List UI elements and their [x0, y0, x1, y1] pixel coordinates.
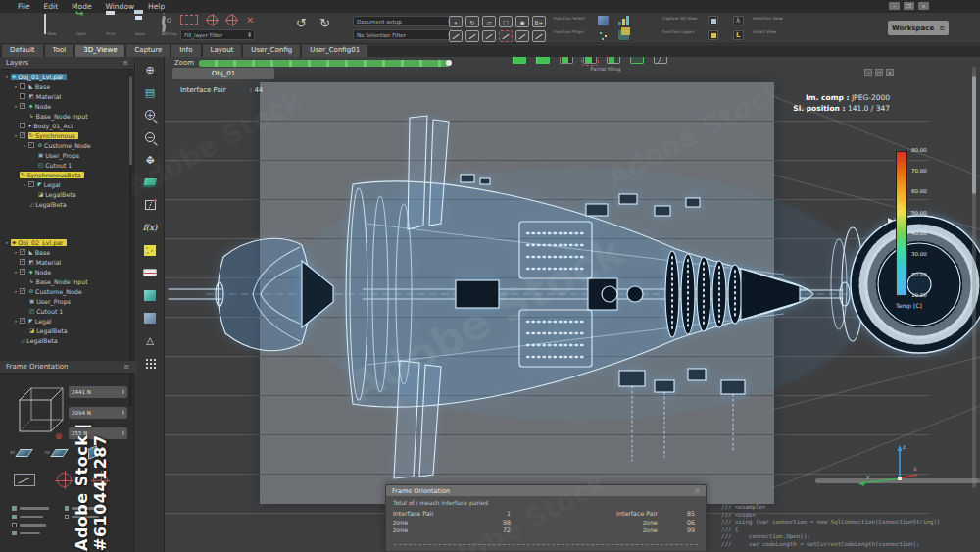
- redo-cancel-icon[interactable]: ↻: [319, 16, 330, 47]
- tree-item[interactable]: ▸◣Base: [0, 81, 127, 91]
- target-select2-icon[interactable]: [226, 15, 237, 25]
- annotation-box-icon[interactable]: [14, 474, 35, 486]
- tree-item[interactable]: ◿LegalBeta: [0, 199, 127, 209]
- expand-icon[interactable]: ▸: [4, 240, 11, 245]
- option-checkbox-row[interactable]: [12, 515, 49, 520]
- scale-marker-icon[interactable]: [888, 218, 894, 224]
- expand-icon[interactable]: ▸: [22, 143, 28, 148]
- brush-tool-icon[interactable]: [598, 16, 609, 25]
- target-select-icon[interactable]: [207, 15, 218, 25]
- expand-arrows-icon[interactable]: ✕: [246, 15, 254, 25]
- tab-3d_viewe[interactable]: 3D_Viewe: [75, 45, 124, 57]
- function-select-tool-icon[interactable]: ◉: [515, 16, 529, 27]
- selection-view-icon[interactable]: [733, 16, 744, 25]
- function-props-tool-icon[interactable]: [466, 30, 479, 42]
- menu-item-window[interactable]: Window: [106, 2, 135, 11]
- tree-item[interactable]: ▸◈Node: [0, 267, 127, 276]
- smart-view-icon[interactable]: [733, 30, 744, 40]
- function-props-tool-icon[interactable]: [482, 30, 496, 42]
- option-checkbox-row[interactable]: [12, 523, 49, 527]
- layer-checkbox[interactable]: [28, 181, 34, 187]
- menu-item-help[interactable]: Help: [148, 2, 165, 11]
- tree-item[interactable]: ↻SynchronousBeta: [0, 170, 127, 179]
- fill-layer-filter-dropdown[interactable]: Fill_layer Filter ▲▼: [180, 29, 255, 40]
- fill-state-cube-icon[interactable]: [607, 57, 620, 64]
- tree-item[interactable]: ▸◆Obj_01_Lvl.par: [0, 72, 127, 81]
- zoom-in-icon[interactable]: +: [141, 106, 159, 124]
- function-props-tool-icon[interactable]: [499, 30, 513, 42]
- new-doc-icon[interactable]: New: [41, 15, 63, 44]
- layer-checkbox[interactable]: [20, 249, 25, 255]
- menu-item-file[interactable]: File: [18, 2, 30, 11]
- settings-gear-icon[interactable]: Settings: [159, 15, 180, 44]
- layer-checkbox[interactable]: [20, 132, 25, 138]
- fill-state-cube-icon[interactable]: [583, 57, 597, 64]
- tree-item[interactable]: ◪LegalBeta: [0, 189, 127, 199]
- function-select-tool-icon[interactable]: □: [499, 16, 513, 27]
- tab-tool[interactable]: Tool: [45, 45, 74, 57]
- expand-icon[interactable]: ▸: [13, 104, 20, 109]
- viewport-close-icon[interactable]: ×: [886, 69, 894, 76]
- expand-icon[interactable]: ▸: [22, 182, 28, 187]
- function-props-tool-icon[interactable]: [449, 30, 463, 42]
- solid-box-icon[interactable]: [141, 174, 159, 191]
- tree-item[interactable]: ◰Cutout 1: [0, 306, 127, 316]
- tree-item[interactable]: ▸↻Synchronous: [0, 130, 127, 140]
- tree-item[interactable]: ↳Base_Node Input: [0, 276, 127, 286]
- tree-item[interactable]: ▣User_Props: [0, 150, 127, 160]
- function-select-tool-icon[interactable]: ⌖: [449, 16, 463, 27]
- document-setup-dropdown[interactable]: Document setup ▲▼: [353, 16, 455, 26]
- panel-menu-icon[interactable]: ≡: [123, 363, 129, 371]
- tree-item[interactable]: ▸◈Node: [0, 101, 127, 111]
- workspace-button[interactable]: Workspace ≡: [888, 21, 949, 35]
- pan-icon[interactable]: ↔↕: [141, 151, 159, 169]
- function-select-tool-icon[interactable]: B+: [532, 16, 546, 27]
- option-checkbox-row[interactable]: [65, 515, 108, 520]
- tree-item[interactable]: ▣User_Props: [0, 296, 127, 306]
- tree-item[interactable]: ▸◤Legal: [0, 316, 127, 326]
- plane-button-yz[interactable]: YZ: [44, 449, 65, 457]
- orientation-stepper[interactable]: 255 N▲▼: [69, 427, 127, 439]
- viewport-document-tab[interactable]: Obj_01: [172, 68, 274, 79]
- viewport-minimize-icon[interactable]: –: [864, 69, 872, 76]
- panel-menu-icon[interactable]: ≡: [694, 487, 700, 495]
- fill-state-cube-icon[interactable]: [630, 57, 644, 64]
- layer-checkbox[interactable]: [20, 123, 25, 128]
- orientation-cube[interactable]: ⊗: [14, 380, 69, 445]
- crosshair-marker2-icon[interactable]: [93, 473, 108, 487]
- teal-layer-icon[interactable]: [141, 286, 159, 304]
- tree-item[interactable]: ▸⊘Custome_Node: [0, 140, 127, 150]
- option-checkbox-row[interactable]: [65, 506, 108, 511]
- no-selection-filter-dropdown[interactable]: No Selection Filter ▲▼: [353, 29, 455, 40]
- orientation-stepper[interactable]: 2441 N▲▼: [69, 386, 127, 398]
- function-select-tool-icon[interactable]: ▱: [482, 16, 496, 27]
- tree-item[interactable]: ▸Body_01_Act: [0, 121, 127, 130]
- option-checkbox-row[interactable]: [12, 531, 49, 536]
- stepper-arrows-icon[interactable]: ▲▼: [122, 410, 124, 416]
- function-select-tool-icon[interactable]: ↻: [466, 16, 479, 27]
- tree-item[interactable]: ▸◆Obj_02_Lvl.par: [0, 237, 127, 247]
- tab-layout[interactable]: Layout: [203, 45, 242, 57]
- close-icon[interactable]: ×: [918, 2, 929, 10]
- stepper-arrows-icon[interactable]: ▲▼: [122, 389, 124, 395]
- plane-button-xy[interactable]: XY: [10, 449, 30, 457]
- function-layers-icon[interactable]: [618, 30, 629, 40]
- layer-checkbox[interactable]: [20, 83, 25, 89]
- save-icon[interactable]: Save: [129, 15, 151, 44]
- tree-item[interactable]: ◩Material: [0, 91, 127, 101]
- fill-state-cube-icon[interactable]: [513, 57, 526, 64]
- crosshair-marker-icon[interactable]: [57, 473, 72, 487]
- dot-grid-icon[interactable]: [141, 354, 159, 372]
- function-props-tool-icon[interactable]: [515, 30, 529, 42]
- slate-layer-icon[interactable]: [141, 309, 159, 326]
- layer-checkbox[interactable]: [28, 142, 34, 148]
- tree-item[interactable]: ◿LegalBeta: [0, 335, 127, 345]
- expand-icon[interactable]: ▸: [13, 133, 20, 138]
- layer-checkbox[interactable]: [20, 93, 25, 99]
- expand-icon[interactable]: ▸: [13, 270, 20, 275]
- tab-user_config01[interactable]: User_Config01: [302, 45, 368, 57]
- function-props-tool-icon[interactable]: [532, 30, 546, 42]
- orientation-stepper[interactable]: 2094 N▲▼: [69, 407, 127, 419]
- expand-icon[interactable]: ▸: [13, 250, 20, 255]
- print-icon[interactable]: Print: [100, 15, 122, 44]
